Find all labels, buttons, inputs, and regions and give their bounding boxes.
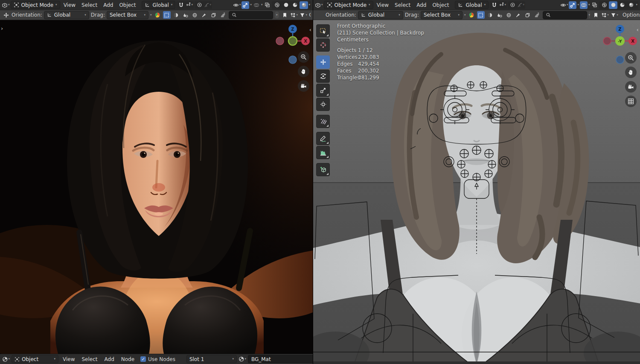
menu-object[interactable]: Object [430,1,451,9]
orientation-dropdown[interactable]: Global▾ [358,11,403,19]
menu-add[interactable]: Add [101,1,116,9]
shading-rendered[interactable] [300,1,308,9]
transform-orientation-dropdown[interactable]: Global▾ [142,1,175,9]
viewport-stats-overlay: Front Orthographic (211) Scene Collectio… [337,23,424,81]
snap-settings-dropdown[interactable]: ▾ [498,1,506,9]
editor-type-button[interactable]: ▾ [2,1,10,9]
shading-solid[interactable] [609,1,617,9]
options-dropdown[interactable]: Options [623,12,640,18]
material-name-field[interactable]: BG_Mat [248,355,313,363]
scale-tool[interactable] [316,84,330,97]
proportional-edit-toggle[interactable] [195,1,203,9]
proportional-falloff-dropdown[interactable]: ▾ [517,1,524,9]
search-input[interactable] [543,11,587,19]
material-browse-dropdown[interactable]: ▾ [239,355,246,363]
transform-orientation-dropdown[interactable]: Global▾ [455,1,489,9]
node-menu-node[interactable]: Node [119,355,137,363]
snap-toggle[interactable] [177,1,185,9]
move-tool[interactable] [316,55,330,69]
menu-view[interactable]: View [374,1,391,9]
annotate-tool[interactable] [316,132,330,145]
node-menu-add[interactable]: Add [102,355,117,363]
menu-view[interactable]: View [61,1,78,9]
node-menu-view[interactable]: View [60,355,77,363]
object-visibility-dropdown[interactable]: ▾ [233,1,241,9]
measure-tool[interactable] [316,146,330,159]
camera-view-button[interactable] [625,81,637,93]
select-box-mode-icon[interactable] [477,11,485,19]
rotate-tool[interactable] [316,70,330,83]
object-visibility-dropdown[interactable]: ▾ [560,1,568,9]
node-menu-select[interactable]: Select [79,355,100,363]
proportional-edit-toggle[interactable] [509,1,516,9]
globe-icon[interactable] [505,11,513,19]
shading-solid[interactable] [282,1,290,9]
camera-view-button[interactable] [298,80,309,92]
mode-dropdown[interactable]: Object Mode▾ [11,1,60,9]
toolbar-expand-arrow[interactable]: › [1,26,3,31]
collections-dropdown[interactable]: ▾ [290,11,298,19]
xray-toggle[interactable] [263,1,271,9]
bookmark-icon[interactable] [592,11,599,19]
droplet-icon[interactable] [496,11,503,19]
annotate-lines-tool[interactable] [316,115,330,128]
pan-hand-button[interactable] [298,66,309,77]
shading-rendered[interactable] [627,1,635,9]
matcap-sphere-icon[interactable] [154,11,161,19]
proportional-falloff-dropdown[interactable]: ▾ [204,1,211,9]
mode-dropdown[interactable]: Object Mode▾ [324,1,373,9]
xray-toggle[interactable] [591,1,598,9]
menu-object[interactable]: Object [116,1,138,9]
material-slot-dropdown[interactable]: Slot 1▾ [186,355,237,363]
shading-wireframe[interactable] [273,1,281,9]
collapse-pill[interactable]: ▾ [589,12,591,18]
smear-icon[interactable] [219,11,227,19]
stamp-icon[interactable] [210,11,218,19]
show-overlays-toggle[interactable] [580,1,588,9]
filter-dropdown[interactable]: ▾ [300,11,307,19]
drag-dropdown[interactable]: Select Box▾ [421,11,463,19]
shading-material-preview[interactable] [291,1,299,9]
matcap-sphere-icon[interactable] [468,11,475,19]
orientation-dropdown[interactable]: Global▾ [44,11,89,19]
drag-dropdown[interactable]: Select Box▾ [107,11,148,19]
perspective-toggle-button[interactable] [625,96,637,107]
collapse-pill[interactable]: ▾ [275,12,279,18]
shader-editor-type-button[interactable]: ▾ [2,355,10,363]
smear-icon[interactable] [533,11,541,19]
show-gizmo-toggle[interactable] [241,1,249,9]
show-overlays-toggle[interactable] [253,1,260,9]
halfball-icon[interactable] [172,11,180,19]
halfball-icon[interactable] [486,11,494,19]
transform-tool[interactable] [316,98,330,111]
globe-icon[interactable] [191,11,199,19]
collections-dropdown[interactable]: ▾ [601,11,609,19]
options-label-cut[interactable]: O [309,12,311,18]
bookmark-icon[interactable] [281,11,288,19]
zoom-button[interactable] [625,52,637,64]
snap-toggle[interactable] [490,1,498,9]
shader-type-dropdown[interactable]: Object▾ [12,355,58,363]
search-input[interactable] [229,11,273,19]
menu-add[interactable]: Add [414,1,429,9]
shading-wireframe[interactable] [600,1,608,9]
menu-select[interactable]: Select [79,1,100,9]
shading-material-preview[interactable] [618,1,626,9]
snap-settings-dropdown[interactable]: ▾ [185,1,193,9]
filter-dropdown[interactable]: ▾ [611,11,618,19]
brush-icon[interactable] [515,11,522,19]
show-gizmo-toggle[interactable] [569,1,576,9]
editor-type-button[interactable]: ▾ [315,1,323,9]
stamp-icon[interactable] [524,11,532,19]
droplet-icon[interactable] [182,11,189,19]
select-box-tool[interactable] [316,24,330,38]
cursor-tool[interactable] [316,38,330,52]
rendered-view-canvas[interactable] [0,20,313,354]
select-box-mode-icon[interactable] [163,11,171,19]
brush-icon[interactable] [201,11,208,19]
add-cube-tool[interactable] [316,163,330,176]
menu-select[interactable]: Select [392,1,413,9]
use-nodes-checkbox[interactable]: ✓ Use Nodes [140,356,175,362]
pan-hand-button[interactable] [625,67,637,78]
zoom-button[interactable] [298,51,309,63]
